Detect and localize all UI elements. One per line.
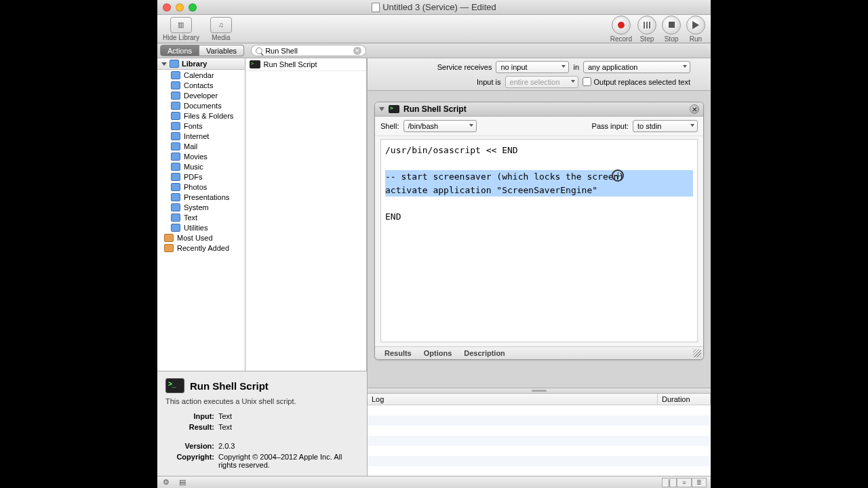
select-input-is: entire selection [505, 76, 578, 88]
library-item-label: Presentations [184, 193, 229, 201]
label-pass-input: Pass input: [592, 122, 629, 130]
log-row [368, 405, 711, 415]
stop-button[interactable]: Stop [662, 16, 681, 43]
view-vertical-button[interactable]: ║ [662, 478, 677, 487]
bottom-bar: ⚙ ▤ ║ ≡ ≣ [157, 476, 711, 488]
title-text: Untitled 3 (Service) — Edited [382, 2, 496, 12]
category-icon [171, 71, 180, 79]
info-panel: Run Shell Script This action executes a … [157, 371, 367, 476]
action-header[interactable]: Run Shell Script ✕ [375, 102, 703, 117]
library-item-label: PDFs [184, 173, 203, 181]
config-bar: Service receives no input in any applica… [368, 58, 711, 91]
library-item[interactable]: Files & Folders [157, 110, 245, 121]
duration-column-header[interactable]: Duration [658, 394, 711, 405]
category-icon [171, 224, 180, 232]
library-item[interactable]: Internet [157, 131, 245, 141]
automator-window: Untitled 3 (Service) — Edited ▥ Hide Lib… [157, 0, 711, 488]
workflow-canvas[interactable]: Run Shell Script ✕ Shell: /bin/bash Pass… [368, 91, 711, 388]
select-application[interactable]: any application [583, 61, 690, 73]
library-item[interactable]: Music [157, 161, 245, 171]
library-item-label: Photos [184, 183, 207, 191]
select-service-receives[interactable]: no input [496, 61, 569, 73]
run-button[interactable]: Run [686, 16, 705, 43]
record-button[interactable]: Record [610, 16, 632, 43]
footer-tab-description[interactable]: Description [464, 349, 505, 357]
library-item[interactable]: Developer [157, 90, 245, 100]
toolbar: ▥ Hide Library ♫ Media Record Step Stop [157, 15, 711, 43]
resize-handle[interactable] [693, 349, 701, 357]
library-item[interactable]: Utilities [157, 222, 245, 232]
library-item[interactable]: Documents [157, 100, 245, 110]
library-item[interactable]: Mail [157, 141, 245, 151]
hide-library-button[interactable]: ▥ Hide Library [163, 17, 199, 41]
library-list[interactable]: CalendarContactsDeveloperDocumentsFiles … [157, 70, 245, 253]
library-sidebar: Library CalendarContactsDeveloperDocumen… [157, 58, 245, 371]
label-input-is: Input is [477, 78, 500, 86]
library-smart-item[interactable]: Most Used [157, 232, 245, 243]
smart-folder-icon [164, 234, 174, 242]
action-result-label: Run Shell Script [264, 60, 317, 68]
library-item-label: Movies [184, 152, 208, 161]
step-button[interactable]: Step [637, 16, 656, 43]
library-item-label: Most Used [177, 234, 213, 242]
library-smart-item[interactable]: Recently Added [157, 243, 245, 253]
media-button[interactable]: ♫ Media [210, 17, 232, 41]
info-key-input: Input: [165, 412, 214, 420]
toolbar-label: Hide Library [163, 34, 199, 41]
library-item[interactable]: Movies [157, 151, 245, 161]
remove-action-button[interactable]: ✕ [690, 104, 699, 114]
action-result-run-shell[interactable]: Run Shell Script [245, 58, 366, 71]
titlebar: Untitled 3 (Service) — Edited [157, 0, 711, 15]
library-item-label: Text [184, 214, 197, 222]
script-line: END [385, 211, 401, 222]
category-icon [171, 112, 180, 120]
tab-variables[interactable]: Variables [199, 45, 244, 56]
library-item[interactable]: Presentations [157, 192, 245, 202]
action-footer: Results Options Description [375, 346, 703, 359]
splitter-handle[interactable] [368, 388, 711, 394]
view-list-button[interactable]: ≡ [677, 478, 692, 487]
library-item[interactable]: Text [157, 212, 245, 222]
gear-icon[interactable]: ⚙ [161, 478, 171, 487]
category-icon [171, 163, 180, 171]
tab-actions[interactable]: Actions [160, 45, 199, 56]
category-icon [171, 102, 180, 110]
select-pass-input[interactable]: to stdin [633, 120, 698, 132]
library-item[interactable]: Fonts [157, 121, 245, 131]
log-column-header[interactable]: Log [368, 394, 658, 405]
disclosure-triangle-icon[interactable] [379, 107, 384, 111]
footer-tab-options[interactable]: Options [424, 349, 452, 357]
category-icon [171, 183, 180, 191]
library-item[interactable]: Contacts [157, 80, 245, 90]
script-textarea[interactable]: /usr/bin/osascript << END -- start scree… [380, 139, 698, 342]
library-item[interactable]: System [157, 202, 245, 212]
action-menu-icon[interactable]: ▤ [178, 478, 187, 487]
info-title: Run Shell Script [165, 378, 359, 393]
folder-icon [170, 60, 179, 68]
library-item[interactable]: PDFs [157, 171, 245, 182]
library-item-label: Developer [184, 92, 218, 100]
footer-tab-results[interactable]: Results [384, 349, 412, 357]
library-item-label: Documents [184, 102, 222, 110]
category-icon [171, 81, 180, 89]
search-field[interactable]: ✕ [251, 45, 366, 56]
library-header[interactable]: Library [157, 58, 245, 70]
checkbox-input[interactable] [583, 77, 591, 86]
log-row [368, 446, 711, 456]
drawer-icon: ▥ [170, 17, 192, 33]
log-body[interactable] [368, 405, 711, 476]
category-icon [171, 122, 180, 130]
search-input[interactable] [265, 47, 347, 55]
log-panel: Log Duration [368, 388, 711, 476]
select-shell[interactable]: /bin/bash [403, 120, 477, 132]
checkbox-output-replaces[interactable]: Output replaces selected text [583, 77, 690, 86]
view-flow-button[interactable]: ≣ [692, 478, 707, 487]
cursor-indicator-icon [612, 169, 624, 182]
log-row [368, 436, 711, 446]
library-item[interactable]: Calendar [157, 70, 245, 80]
log-row [368, 426, 711, 436]
library-item[interactable]: Photos [157, 182, 245, 192]
library-item-label: Recently Added [177, 244, 229, 252]
main-row: Library CalendarContactsDeveloperDocumen… [157, 58, 711, 476]
clear-search-button[interactable]: ✕ [353, 47, 361, 55]
